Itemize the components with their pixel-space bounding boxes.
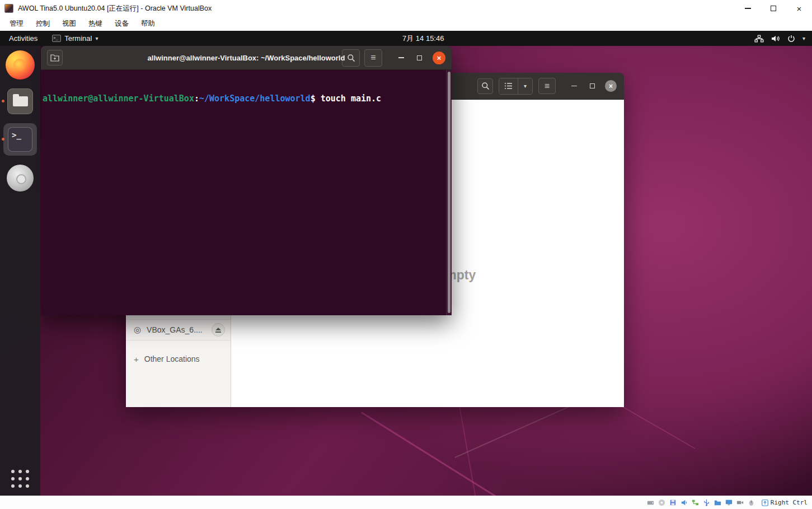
menu-item-input[interactable]: 热键 [82,17,109,31]
status-optical-disk-icon[interactable] [658,498,667,507]
prompt-path: ~/WorkSpace/helloworld [199,94,311,104]
status-audio-icon[interactable] [680,498,689,507]
terminal-prompt-line: allwinner@allwinner-VirtualBox:~/WorkSpa… [43,94,444,104]
vm-window-icon [4,4,13,13]
status-hard-disk-icon[interactable] [646,498,655,507]
files-minimize-button[interactable] [568,80,580,92]
vbox-close-button[interactable]: × [786,0,812,17]
activities-button[interactable]: Activities [0,31,46,46]
search-icon [347,54,355,62]
prompt-separator: : [194,94,199,104]
terminal-actions: ≡ × [342,49,445,67]
power-icon[interactable] [787,35,795,43]
terminal-title: allwinner@allwinner-VirtualBox: ~/WorkSp… [148,54,345,62]
dock-item-terminal[interactable]: >_ [0,123,40,156]
vbox-statusbar: Right Ctrl [0,496,812,509]
host-key-indicator: Right Ctrl [761,499,808,507]
plus-icon: + [134,354,139,364]
close-icon: × [797,4,802,13]
hamburger-icon: ≡ [370,53,376,63]
new-tab-button[interactable] [47,50,63,66]
network-icon[interactable] [754,35,764,43]
terminal-close-button[interactable]: × [433,52,445,64]
status-usb-icon[interactable] [702,498,711,507]
maximize-icon [590,83,595,88]
status-network-icon[interactable] [691,498,700,507]
app-menu-terminal[interactable]: >_ Terminal ▾ [46,34,104,43]
terminal-content[interactable]: allwinner@allwinner-VirtualBox:~/WorkSpa… [41,70,452,315]
files-icon [7,88,33,114]
clock-label[interactable]: 7月 14 15:46 [402,31,444,46]
menu-item-machine[interactable]: 管理 [3,17,30,31]
status-recording-icon[interactable] [736,498,745,507]
status-shared-folders-icon[interactable] [714,498,722,507]
vbox-minimize-button[interactable] [735,0,761,17]
active-app-highlight: >_ [3,123,37,156]
prompt-symbol: $ [311,94,316,104]
gnome-topbar: Activities >_ Terminal ▾ 7月 14 15:46 ▾ [0,31,812,46]
menu-item-view[interactable]: 视图 [56,17,82,31]
sidebar-item-other-locations[interactable]: + Other Locations [126,349,231,368]
wallpaper-pattern [361,412,523,496]
host-key-icon [761,499,769,507]
eject-icon [215,328,221,330]
firefox-icon [6,50,35,80]
hamburger-icon: ≡ [545,81,550,91]
minimize-icon [745,8,751,9]
vbox-titlebar: AWOL Tina5.0 Ubuntu20.04 [正在运行] - Oracle… [0,0,812,17]
files-menu-button[interactable]: ≡ [538,78,556,94]
terminal-maximize-button[interactable] [412,51,426,64]
prompt-command: touch main.c [316,94,381,104]
minimize-icon [398,57,404,58]
status-display-icon[interactable] [725,498,734,507]
close-icon: × [437,54,442,62]
sidebar-item-label: VBox_GAs_6.... [147,325,203,334]
running-indicator [2,100,4,102]
terminal-window: allwinner@allwinner-VirtualBox: ~/WorkSp… [41,46,452,315]
menu-item-devices[interactable]: 设备 [109,17,135,31]
maximize-icon [771,6,776,11]
eject-button[interactable] [212,323,225,337]
vbox-window-title: AWOL Tina5.0 Ubuntu20.04 [正在运行] - Oracle… [18,4,212,13]
dock-item-files[interactable] [0,88,40,114]
files-search-button[interactable] [477,78,493,94]
status-mouse-integration-icon[interactable] [747,498,756,507]
files-maximize-button[interactable] [586,80,598,92]
chevron-down-icon[interactable]: ▾ [802,35,805,41]
app-menu-label: Terminal [64,34,92,43]
terminal-scrollbar[interactable] [446,70,452,315]
vbox-window-controls: × [735,0,812,17]
virtualbox-window: AWOL Tina5.0 Ubuntu20.04 [正在运行] - Oracle… [0,0,812,509]
terminal-icon: >_ [8,127,32,152]
show-applications-button[interactable] [11,470,29,488]
terminal-minimize-button[interactable] [395,51,408,64]
chevron-down-icon: ▾ [95,35,98,41]
list-view-icon [504,82,513,90]
optical-disc-icon: ◎ [134,325,141,335]
status-floppy-icon[interactable] [669,498,678,507]
running-indicator [2,138,4,141]
optical-disc-icon [7,165,34,192]
menu-item-help[interactable]: 帮助 [135,17,161,31]
volume-icon[interactable] [771,35,780,43]
scrollbar-thumb[interactable] [448,72,450,313]
list-view-button[interactable] [499,78,518,94]
vbox-maximize-button[interactable] [761,0,786,17]
search-icon [481,82,490,90]
terminal-menu-button[interactable]: ≡ [364,49,382,67]
view-options-button[interactable]: ▾ [518,78,532,94]
vm-display: ▾ ≡ × ◎ VBox_GAs_6.... [0,31,812,496]
new-tab-icon [50,54,59,62]
dock: >_ [0,46,40,496]
files-view-toggle: ▾ [499,78,533,95]
prompt-user: allwinner@allwinner-VirtualBox [43,94,194,104]
host-key-label: Right Ctrl [771,499,808,506]
chevron-down-icon: ▾ [524,83,527,89]
menu-item-control[interactable]: 控制 [30,17,56,31]
dock-item-firefox[interactable] [0,50,40,80]
vbox-menubar: 管理 控制 视图 热键 设备 帮助 [0,17,812,31]
dock-item-optical-disc[interactable] [0,165,40,192]
files-close-button[interactable]: × [605,80,617,92]
sidebar-item-vbox-gas[interactable]: ◎ VBox_GAs_6.... [126,319,231,340]
sidebar-item-label: Other Locations [144,354,200,363]
